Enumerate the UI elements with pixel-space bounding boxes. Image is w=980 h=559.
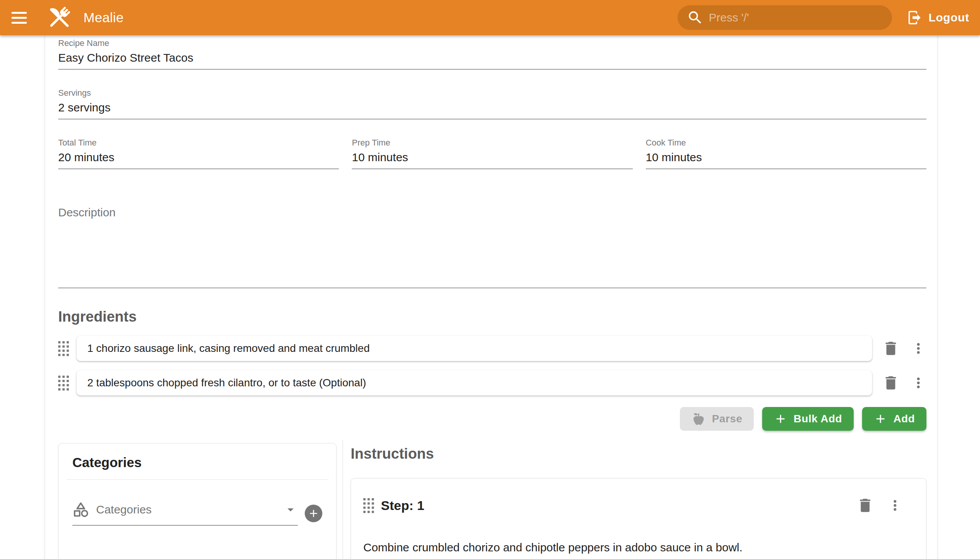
total-time-label: Total Time [58, 138, 339, 148]
cook-time-label: Cook Time [646, 138, 926, 148]
logout-button[interactable]: Logout [907, 10, 969, 26]
drag-handle-icon[interactable] [58, 375, 69, 390]
app-title: Mealie [83, 10, 124, 25]
kebab-menu-icon [910, 375, 926, 391]
servings-field: Servings 2 servings [58, 88, 926, 119]
trash-icon [856, 496, 874, 514]
ingredient-input[interactable]: 2 tablespoons chopped fresh cilantro, or… [76, 370, 872, 395]
step-title: Step: 1 [381, 498, 856, 513]
drag-handle-icon[interactable] [58, 341, 69, 356]
step-card: Step: 1 Combine crumbled chorizo [350, 478, 926, 559]
cook-time-input[interactable]: 10 minutes [646, 149, 926, 165]
search-box[interactable] [678, 5, 892, 30]
times-row: Total Time 20 minutes Prep Time 10 minut… [58, 138, 926, 169]
add-button[interactable]: Add [862, 407, 926, 431]
add-label: Add [894, 413, 915, 425]
step-header: Step: 1 [363, 495, 903, 516]
parse-button[interactable]: Parse [680, 407, 754, 431]
logout-icon [907, 10, 922, 26]
prep-time-input[interactable]: 10 minutes [352, 149, 632, 165]
kebab-menu-icon [887, 497, 903, 513]
total-time-field: Total Time 20 minutes [58, 138, 339, 169]
categories-card: Categories Categories [58, 443, 337, 559]
recipe-name-input[interactable]: Easy Chorizo Street Tacos [58, 50, 926, 66]
plus-icon [773, 412, 787, 426]
recipe-name-field: Recipe Name Easy Chorizo Street Tacos [58, 38, 926, 70]
search-input[interactable] [709, 11, 883, 24]
drag-handle-icon[interactable] [363, 498, 374, 513]
ingredient-actions: Parse Bulk Add Add [58, 407, 926, 431]
categories-select-row: Categories [72, 501, 322, 526]
ingredient-menu-button[interactable] [910, 375, 926, 391]
search-icon [687, 9, 704, 26]
add-category-button[interactable] [305, 504, 322, 522]
recipe-name-label: Recipe Name [58, 38, 926, 48]
instructions-heading: Instructions [350, 445, 926, 462]
prep-time-label: Prep Time [352, 138, 632, 148]
servings-label: Servings [58, 88, 926, 98]
logout-label: Logout [929, 11, 969, 24]
categories-column: Categories Categories [58, 440, 343, 559]
bulk-add-label: Bulk Add [793, 413, 842, 425]
description-label: Description [58, 206, 926, 219]
ingredient-row: 1 chorizo sausage link, casing removed a… [58, 336, 926, 361]
total-time-input[interactable]: 20 minutes [58, 149, 339, 165]
mealie-recipe-editor: Mealie Logout Recipe Name Easy Chorizo S… [0, 0, 980, 559]
recipe-form-card: Recipe Name Easy Chorizo Street Tacos Se… [45, 35, 937, 559]
cook-time-field: Cook Time 10 minutes [646, 138, 926, 169]
delete-ingredient-button[interactable] [882, 374, 900, 392]
ingredient-input[interactable]: 1 chorizo sausage link, casing removed a… [76, 336, 872, 361]
ingredient-row: 2 tablespoons chopped fresh cilantro, or… [58, 370, 926, 395]
parse-label: Parse [712, 413, 742, 425]
apple-icon [691, 412, 706, 426]
categories-select[interactable]: Categories [72, 501, 298, 526]
bottom-section: Categories Categories [58, 440, 926, 559]
ingredients-heading: Ingredients [58, 308, 926, 325]
step-menu-button[interactable] [887, 497, 903, 513]
menu-icon[interactable] [12, 9, 29, 26]
trash-icon [882, 374, 900, 392]
app-bar: Mealie Logout [0, 0, 980, 35]
kebab-menu-icon [910, 341, 926, 356]
chevron-down-icon [283, 502, 298, 517]
servings-input[interactable]: 2 servings [58, 99, 926, 116]
bulk-add-button[interactable]: Bulk Add [762, 407, 854, 431]
shapes-icon [72, 501, 89, 518]
instructions-column: Instructions Step: 1 [343, 440, 926, 559]
plus-icon [874, 412, 887, 426]
ingredient-menu-button[interactable] [910, 341, 926, 356]
step-text-input[interactable]: Combine crumbled chorizo and chipotle pe… [363, 540, 903, 555]
categories-select-label: Categories [96, 503, 276, 516]
plus-icon [307, 507, 320, 519]
mealie-logo-icon [45, 3, 73, 32]
description-field: Description [58, 206, 926, 288]
description-input[interactable] [58, 219, 926, 284]
categories-card-title: Categories [59, 443, 336, 480]
prep-time-field: Prep Time 10 minutes [352, 138, 632, 169]
delete-step-button[interactable] [856, 496, 874, 514]
categories-divider [66, 480, 329, 480]
trash-icon [882, 340, 900, 357]
delete-ingredient-button[interactable] [882, 340, 900, 357]
